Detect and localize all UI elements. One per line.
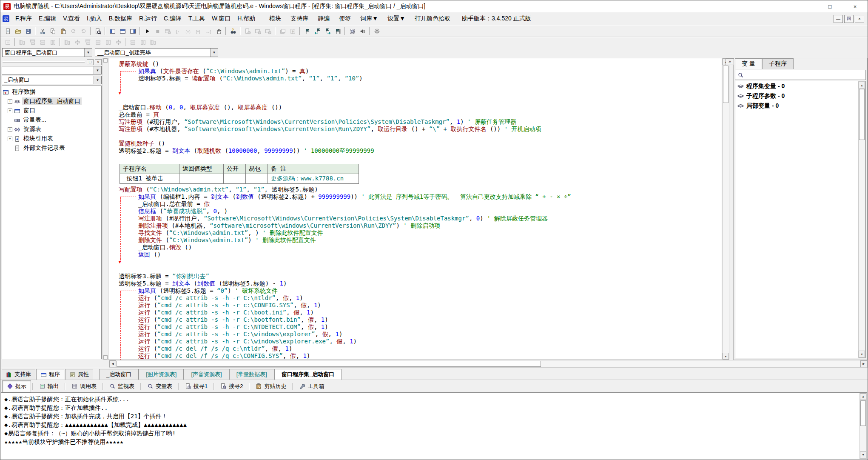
- window-layout-left-button[interactable]: [107, 26, 117, 36]
- editor-hscrollbar[interactable]: ◀ ▶: [109, 360, 868, 368]
- output-panel[interactable]: ◆.易语言助手提醒您：正在初始化插件系统...◆.易语言助手提醒您：正在加载插件…: [1, 392, 867, 459]
- sound-tip-button[interactable]: [357, 26, 367, 36]
- menu-extra-2[interactable]: 静编: [313, 13, 334, 24]
- ide-settings-button[interactable]: [372, 26, 382, 36]
- drag-grip[interactable]: [3, 61, 85, 63]
- window-combo[interactable]: _启动窗口 ▼: [2, 76, 102, 84]
- tree-root[interactable]: e程序数据: [3, 87, 101, 97]
- tree-item-3[interactable]: +资源表: [8, 125, 101, 134]
- variables-vscrollbar[interactable]: ▲ ▼: [858, 81, 865, 358]
- status-tab-6[interactable]: 搜寻2: [216, 380, 248, 392]
- bookmark-toggle-button[interactable]: [302, 26, 312, 36]
- variable-search-box[interactable]: [735, 70, 866, 80]
- scroll-down-icon[interactable]: ▼: [723, 353, 729, 360]
- expand-icon[interactable]: +: [8, 109, 12, 113]
- output-vscrollbar[interactable]: ▲ ▼: [859, 393, 867, 459]
- code-snippet-button[interactable]: [347, 26, 357, 36]
- status-tab-2[interactable]: 调用表: [67, 380, 101, 392]
- scroll-right-icon[interactable]: ▶: [860, 360, 867, 367]
- scroll-up-icon[interactable]: ▲: [860, 393, 866, 400]
- panel-splitter[interactable]: [102, 58, 108, 360]
- close-button[interactable]: ×: [842, 0, 868, 12]
- menu-extra-6[interactable]: 打开颜色拾取: [410, 13, 455, 24]
- menu-4[interactable]: B.数据库: [105, 13, 136, 24]
- panel-tab-0[interactable]: 支持库: [2, 369, 35, 380]
- status-tab-4[interactable]: 变量表: [142, 380, 177, 392]
- menu-0[interactable]: F.程序: [12, 13, 35, 24]
- paste-button[interactable]: [58, 26, 68, 36]
- print-preview-button[interactable]: [93, 26, 103, 36]
- mdi-minimize-button[interactable]: —: [834, 15, 843, 23]
- panel-close-button[interactable]: ×: [95, 59, 102, 65]
- cut-button[interactable]: [37, 26, 48, 36]
- scroll-down-icon[interactable]: ▼: [860, 451, 866, 458]
- variables-list[interactable]: 程序集变量 - 0子程序参数 - 0局部变量 - 0 ▲ ▼: [735, 81, 866, 358]
- variables-vscroll-thumb[interactable]: [859, 89, 865, 140]
- subroutine-table-cell[interactable]: [224, 174, 246, 184]
- menu-1[interactable]: E.编辑: [35, 13, 60, 24]
- subroutine-table-cell[interactable]: _按钮1_被单击: [120, 174, 179, 184]
- program-set-combo[interactable]: 窗口程序集_启动窗口 ▼: [2, 48, 92, 57]
- subroutine-table-cell[interactable]: 更多源码：www.k7788.cn: [268, 174, 359, 184]
- menu-9[interactable]: H.帮助: [234, 13, 259, 24]
- subroutine-table[interactable]: 子程序名返回值类型公开易包备 注_按钮1_被单击更多源码：www.k7788.c…: [120, 164, 359, 184]
- variables-tab-0[interactable]: 变 量: [735, 58, 762, 69]
- chevron-down-icon[interactable]: ▼: [94, 66, 101, 74]
- menu-extra-0[interactable]: 模块: [265, 13, 286, 24]
- window-layout-right-button[interactable]: [128, 26, 138, 36]
- menu-6[interactable]: C.编译: [160, 13, 185, 24]
- doc-tab-4[interactable]: 窗口程序集_启动窗口: [274, 369, 342, 380]
- program-data-tree[interactable]: e程序数据+窗口程序集_启动窗口+窗口常量表...+资源表+模块引用表外部文件记…: [2, 86, 102, 359]
- collapse-panel-button[interactable]: »: [726, 58, 734, 65]
- bookmark-last-button[interactable]: [333, 26, 343, 36]
- menu-3[interactable]: I.插入: [83, 13, 105, 24]
- menu-7[interactable]: T.工具: [185, 13, 208, 24]
- subroutine-table-cell[interactable]: [179, 174, 224, 184]
- doc-tab-0[interactable]: _启动窗口: [99, 369, 139, 380]
- find-button[interactable]: ?: [228, 26, 238, 36]
- source-link[interactable]: 更多源码：www.k7788.cn: [271, 175, 344, 182]
- bookmark-next-button[interactable]: [322, 26, 333, 36]
- expand-icon[interactable]: +: [8, 127, 12, 132]
- mdi-restore-button[interactable]: 回: [844, 15, 854, 23]
- tree-item-5[interactable]: 外部文件记录表: [8, 143, 101, 153]
- tree-item-4[interactable]: +模块引用表: [8, 134, 101, 143]
- menu-extra-3[interactable]: 便签: [334, 13, 356, 24]
- tree-item-2[interactable]: 常量表...: [8, 115, 101, 125]
- tree-item-1[interactable]: +窗口: [8, 106, 101, 115]
- panel-tab-1[interactable]: 程序: [36, 369, 64, 380]
- pause-button[interactable]: [213, 26, 224, 36]
- doc-tab-3[interactable]: [常量数据表]: [229, 369, 274, 380]
- maximize-button[interactable]: □: [817, 0, 842, 12]
- status-tab-1[interactable]: 输出: [34, 380, 63, 392]
- output-vscroll-thumb[interactable]: [860, 400, 866, 426]
- panel-float-button[interactable]: □: [87, 59, 94, 65]
- chevron-down-icon[interactable]: ▼: [210, 49, 218, 57]
- menu-extra-5[interactable]: 设置▼: [383, 13, 410, 24]
- run-button[interactable]: [142, 26, 152, 36]
- subroutine-table-cell[interactable]: [246, 174, 268, 184]
- scroll-left-icon[interactable]: ◀: [109, 360, 116, 367]
- code-editor[interactable]: 屏蔽系统键 ()如果真 (文件是否存在 (“C:\Windows\admin.t…: [108, 58, 722, 360]
- status-tab-8[interactable]: 工具箱: [294, 380, 329, 392]
- editor-vscroll-thumb[interactable]: [723, 66, 729, 103]
- copy-button[interactable]: [48, 26, 58, 36]
- menu-5[interactable]: R.运行: [136, 13, 160, 24]
- menu-extra-1[interactable]: 支持库: [286, 13, 313, 24]
- scroll-up-icon[interactable]: ▲: [859, 82, 865, 89]
- event-sub-combo[interactable]: __启动窗口_创建完毕 ▼: [95, 48, 218, 57]
- tree-item-0[interactable]: +窗口程序集_启动窗口: [8, 97, 101, 106]
- splitter-top-handle[interactable]: [103, 58, 108, 63]
- status-tab-0[interactable]: 提示: [2, 380, 31, 392]
- splitter-bottom-handle[interactable]: [103, 355, 108, 360]
- project-panel-titlebar[interactable]: □ ×: [2, 59, 102, 65]
- filter-combo[interactable]: ▼: [2, 66, 102, 74]
- editor-hscroll-thumb[interactable]: [117, 361, 541, 367]
- minimize-button[interactable]: —: [792, 0, 817, 12]
- expand-icon[interactable]: +: [8, 137, 12, 141]
- chevron-down-icon[interactable]: ▼: [84, 49, 92, 57]
- chevron-down-icon[interactable]: ▼: [94, 76, 101, 84]
- variables-tab-1[interactable]: 子程序: [762, 58, 794, 69]
- window-layout-top-button[interactable]: [117, 26, 128, 36]
- mdi-close-button[interactable]: ×: [855, 15, 864, 23]
